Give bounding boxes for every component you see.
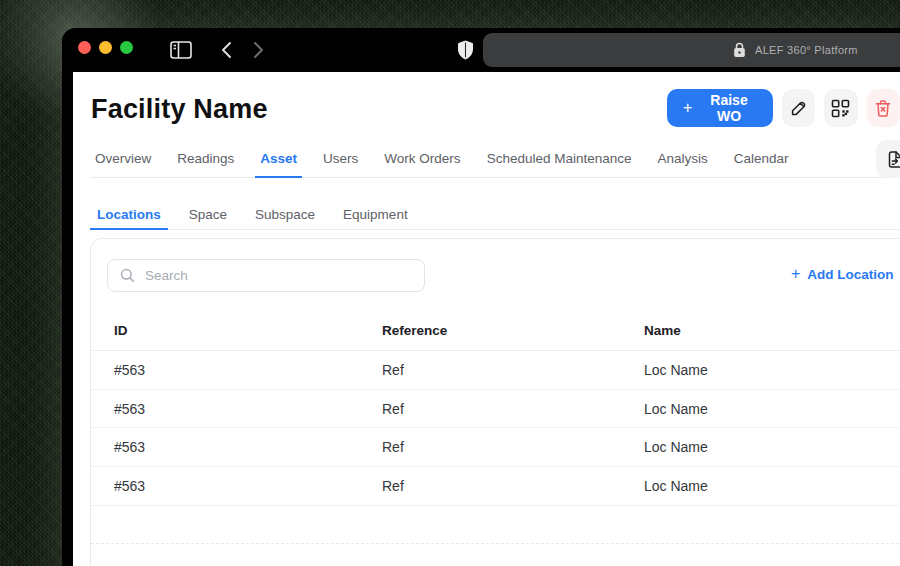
raise-wo-button[interactable]: + Raise WO	[667, 89, 773, 127]
qr-code-button[interactable]	[824, 89, 857, 127]
tab-readings[interactable]: Readings	[172, 141, 239, 178]
address-bar[interactable]: ALEF 360° Platform	[483, 33, 900, 67]
trash-icon	[874, 99, 892, 118]
close-window-button[interactable]	[78, 41, 91, 54]
locations-table: ID Reference Name #563 Ref Loc Name #563…	[91, 311, 900, 544]
raise-wo-label: Raise WO	[701, 92, 756, 124]
subtab-subspace[interactable]: Subspace	[248, 201, 322, 230]
search-input[interactable]	[145, 268, 412, 283]
cell-id: #563	[91, 439, 359, 455]
delete-button[interactable]	[867, 89, 900, 127]
table-row[interactable]: #563 Ref Loc Name	[91, 351, 900, 390]
cell-reference: Ref	[359, 362, 621, 378]
plus-icon: +	[683, 99, 692, 117]
browser-titlebar: ALEF 360° Platform	[62, 28, 900, 72]
tab-scheduled-maintenance[interactable]: Scheduled Maintenance	[482, 141, 637, 178]
asset-subtabs: Locations Space Subspace Equipment	[90, 200, 900, 230]
tab-analysis[interactable]: Analysis	[652, 141, 712, 178]
add-location-label: Add Location	[807, 267, 893, 282]
zoom-window-button[interactable]	[120, 41, 133, 54]
search-icon	[120, 268, 135, 283]
table-row[interactable]: #563 Ref Loc Name	[91, 390, 900, 429]
table-row[interactable]: #563 Ref Loc Name	[91, 467, 900, 506]
minimize-window-button[interactable]	[99, 41, 112, 54]
site-label: ALEF 360° Platform	[755, 44, 858, 56]
tab-overview[interactable]: Overview	[90, 141, 156, 178]
subtab-locations[interactable]: Locations	[90, 201, 168, 230]
shield-icon[interactable]	[457, 28, 474, 72]
cell-name: Loc Name	[621, 439, 900, 455]
window-controls	[78, 41, 133, 54]
table-header-row: ID Reference Name	[91, 311, 900, 351]
search-box	[107, 259, 425, 292]
cell-name: Loc Name	[621, 401, 900, 417]
cell-name: Loc Name	[621, 478, 900, 494]
tab-work-orders[interactable]: Work Orders	[379, 141, 465, 178]
empty-table-row	[91, 506, 900, 545]
qr-code-icon	[831, 99, 850, 118]
header-actions: + Raise WO	[667, 89, 900, 127]
add-location-button[interactable]: + Add Location	[791, 265, 894, 283]
forward-icon[interactable]	[252, 28, 265, 72]
sidebar-toggle-icon[interactable]	[170, 28, 192, 72]
tab-users[interactable]: Users	[318, 141, 363, 178]
edit-button[interactable]	[782, 89, 815, 127]
lock-icon	[733, 42, 746, 58]
page-content: Facility Name + Raise WO	[73, 72, 900, 566]
tab-asset[interactable]: Asset	[255, 141, 302, 178]
cell-id: #563	[91, 362, 359, 378]
main-tabs: Overview Readings Asset Users Work Order…	[90, 140, 900, 178]
browser-window: ALEF 360° Platform Facility Name + Raise…	[62, 28, 900, 566]
cell-name: Loc Name	[621, 362, 900, 378]
back-icon[interactable]	[220, 28, 233, 72]
cell-id: #563	[91, 478, 359, 494]
table-row[interactable]: #563 Ref Loc Name	[91, 428, 900, 467]
page-title: Facility Name	[91, 94, 268, 125]
cell-reference: Ref	[359, 401, 621, 417]
column-header-reference: Reference	[359, 323, 621, 338]
locations-card: + Add Location ID Reference Name #563 Re…	[90, 238, 900, 566]
cell-id: #563	[91, 401, 359, 417]
column-header-name: Name	[621, 323, 900, 338]
document-export-icon	[886, 150, 900, 169]
cell-reference: Ref	[359, 439, 621, 455]
export-report-button[interactable]	[876, 140, 900, 178]
tab-calendar[interactable]: Calendar	[729, 141, 794, 178]
subtab-equipment[interactable]: Equipment	[336, 201, 415, 230]
plus-icon: +	[791, 265, 800, 283]
column-header-id: ID	[91, 323, 359, 338]
pencil-icon	[789, 99, 808, 118]
cell-reference: Ref	[359, 478, 621, 494]
subtab-space[interactable]: Space	[182, 201, 234, 230]
